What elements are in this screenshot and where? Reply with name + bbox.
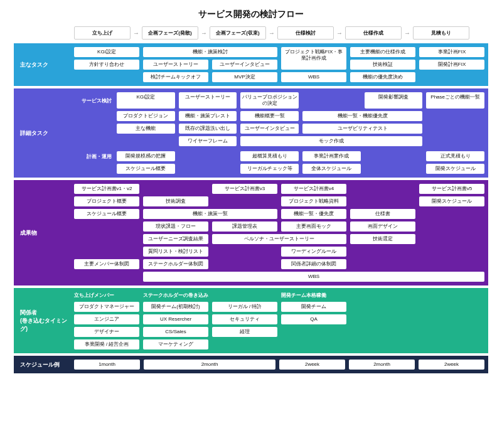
task-chip: 方針すり合わせ (74, 60, 139, 70)
deliverable-chip: ペルソナ・ユーザーストーリー (212, 234, 346, 244)
group-title: ステークホルダーの巻き込み (143, 292, 277, 299)
task-chip: モック作成 (240, 136, 422, 146)
schedule-chip: 2week (279, 360, 345, 370)
task-chip: ユーザビリティテスト (302, 124, 422, 134)
task-chip: 主要機能の仕様作成 (350, 47, 415, 57)
task-chip: KGI設定 (74, 47, 139, 57)
task-chip: ワイヤーフレーム (179, 136, 237, 146)
phase-2: 企画フェーズ(発散) (142, 26, 198, 40)
section-deliverables: 成果物 サービス計画書v1・v2 サービス計画書v3 サービス計画書v4 サービ… (14, 180, 488, 285)
deliverable-chip: 開発スケジュール (419, 196, 484, 206)
stakeholder-chip: UX Resercher (143, 314, 208, 324)
deliverable-chip: 課題管理表 (212, 221, 277, 232)
deliverable-chip: 主要メンバー体制図 (74, 259, 139, 269)
arrow-icon: → (334, 30, 345, 36)
arrow-icon: → (402, 30, 413, 36)
deliverable-chip: ワーディングルール (281, 247, 346, 257)
task-chip: バリュープロポジションの決定 (240, 92, 299, 109)
deliverable-chip: スケジュール概要 (74, 209, 139, 219)
group-title: 立ち上げメンバー (74, 292, 139, 299)
stakeholder-chip: 経理 (212, 327, 277, 337)
stakeholder-chip: プロダクトマネージャー (74, 302, 139, 312)
task-chip: 機能一覧・機能優先度 (302, 111, 422, 121)
task-chip: ユーザーインタビュー (240, 124, 299, 134)
task-chip: Phaseごとの機能一覧 (426, 92, 484, 109)
phase-5: 仕様作成 (345, 26, 402, 40)
task-chip: プロジェクト戦略FIX・事業計画作成 (281, 47, 346, 70)
task-chip: 開発影響調査 (365, 92, 423, 109)
task-chip: WBS (281, 72, 346, 82)
phase-3: 企画フェーズ(収束) (210, 26, 266, 40)
stakeholder-chip: 開発チーム (281, 302, 346, 312)
section-main-tasks: 主なタスク KGI設定 機能・施策検討 プロジェクト戦略FIX・事業計画作成 主… (14, 43, 488, 86)
task-chip: 事業計画FIX (419, 47, 484, 57)
sublabel-plan: 計画・運用 (74, 151, 113, 161)
stakeholder-chip: CS/Sales (143, 327, 208, 337)
deliverable-chip: 画面デザイン (350, 221, 415, 232)
deliverable-chip: 技術調査 (143, 196, 208, 206)
section-label: スケジュール例 (14, 356, 74, 373)
task-chip: 正式見積もり (426, 151, 484, 161)
deliverable-chip: 仕様書 (350, 209, 415, 219)
task-chip: 開発スケジュール (426, 164, 484, 174)
deliverable-chip: プロジェクト戦略資料 (281, 196, 346, 206)
deliverable-chip: 現状課題・フロー (143, 221, 208, 232)
phase-6: 見積もり (413, 26, 469, 40)
schedule-chip: 2week (419, 360, 484, 370)
deliverable-chip: プロジェクト概要 (74, 196, 139, 206)
task-chip: 機能の優先度決め (350, 72, 415, 82)
arrow-icon: → (131, 30, 142, 36)
task-chip: 機能・施策検討 (143, 47, 277, 57)
task-chip: 開発規模感の把握 (117, 151, 175, 161)
task-chip: 機能概要一覧 (240, 111, 299, 121)
task-chip: 既存の課題洗い出し (179, 124, 237, 134)
task-chip: 技術検証 (350, 60, 415, 70)
stakeholder-chip: デザイナー (74, 327, 139, 337)
section-detail-tasks: 詳細タスク サービス検討 KGI設定 ユーザーストーリー バリュープロポジション… (14, 88, 488, 178)
section-label: 詳細タスク (14, 88, 74, 178)
stakeholder-chip: マーケティング (143, 339, 208, 349)
schedule-chip: 2month (349, 360, 415, 370)
group-title: 開発チーム本格稼働 (281, 292, 346, 299)
task-chip: 開発計画FIX (419, 60, 484, 70)
deliverable-chip: ステークホルダー体制図 (143, 259, 208, 269)
section-label: 関係者 (巻き込むタイミング) (14, 288, 74, 353)
stakeholder-chip: セキュリティ (212, 314, 277, 324)
task-chip: スケジュール概要 (117, 164, 175, 174)
arrow-icon: → (198, 30, 210, 36)
sublabel-service: サービス検討 (74, 92, 113, 109)
deliverable-chip: サービス計画書v3 (212, 184, 277, 194)
stakeholder-chip: エンジニア (74, 314, 139, 324)
deliverable-chip: 主要画面モック (281, 221, 346, 232)
deliverable-chip: 技術選定 (350, 234, 415, 244)
task-chip: ユーザーストーリー (179, 92, 237, 109)
schedule-chip: 1month (74, 360, 140, 370)
task-chip: 事業計画案作成 (302, 151, 361, 161)
task-chip: 検討チームキックオフ (143, 72, 208, 82)
task-chip: リーガルチェック等 (240, 164, 299, 174)
task-chip: KGI設定 (117, 92, 175, 109)
page-title: サービス開発の検討フロー (14, 9, 488, 20)
task-chip: ユーザーストーリー (143, 60, 208, 70)
deliverable-chip: 機能・施策一覧 (143, 209, 277, 219)
deliverable-chip: ユーザーニーズ調査結果 (143, 234, 208, 244)
section-label: 成果物 (14, 180, 74, 285)
section-label: 主なタスク (14, 43, 74, 86)
phase-header: 立ち上げ → 企画フェーズ(発散) → 企画フェーズ(収束) → 仕様検討 → … (14, 26, 488, 40)
deliverable-chip: サービス計画書v5 (419, 184, 484, 194)
task-chip: MVP決定 (212, 72, 277, 82)
deliverable-chip: 関係者詳細の体制図 (281, 259, 346, 269)
task-chip: ユーザーインタビュー (212, 60, 277, 70)
section-stakeholders: 関係者 (巻き込むタイミング) 立ち上げメンバー ステークホルダーの巻き込み 開… (14, 288, 488, 353)
task-chip: 機能・施策ブレスト (179, 111, 237, 121)
task-chip: 全体スケジュール (302, 164, 361, 174)
task-chip: 超概算見積もり (240, 151, 299, 161)
stakeholder-chip: 開発チーム(初期検討) (143, 302, 208, 312)
deliverable-chip: 質問リスト・検討リスト (143, 247, 208, 257)
arrow-icon: → (266, 30, 277, 36)
task-chip: プロダクトビジョン (117, 111, 175, 121)
stakeholder-chip: QA (281, 314, 346, 324)
deliverable-chip: 機能一覧・優先度 (281, 209, 346, 219)
deliverable-chip: サービス計画書v1・v2 (74, 184, 139, 194)
task-chip: 主な機能 (117, 124, 175, 134)
